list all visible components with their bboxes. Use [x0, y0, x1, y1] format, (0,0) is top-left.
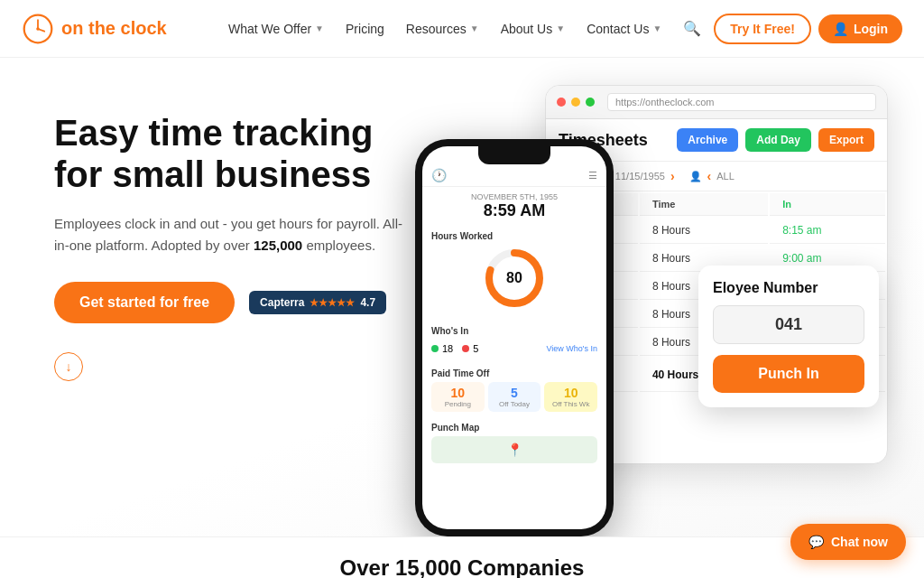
- nav-item-contact-us[interactable]: Contact Us ▼: [578, 16, 670, 42]
- employee-overlay: Eloyee Number 041 Punch In: [698, 266, 879, 407]
- logo-text-clock: clock: [121, 18, 167, 38]
- employee-number-input[interactable]: 041: [713, 305, 864, 344]
- nav-item-what-we-offer[interactable]: What We Offer ▼: [219, 16, 333, 42]
- hero-subtitle: Employees clock in and out - you get hou…: [54, 213, 415, 256]
- phone-punch-map-section: Punch Map 📍: [422, 417, 606, 469]
- map-icon: 📍: [507, 443, 522, 457]
- phone-date: NOVEMBER 5TH, 1955: [431, 192, 597, 201]
- employee-count: 125,000: [254, 238, 302, 253]
- phone-notch: [478, 146, 550, 164]
- nav-item-about-us[interactable]: About Us ▼: [492, 16, 575, 42]
- svg-line-3: [38, 29, 44, 32]
- chevron-down-icon: ▼: [556, 23, 565, 33]
- period-next-icon[interactable]: ›: [670, 169, 675, 183]
- red-dot-icon: [462, 345, 469, 352]
- view-whos-in-link[interactable]: View Who's In: [546, 344, 597, 353]
- logo[interactable]: on the clock: [22, 13, 167, 45]
- phone-app-header: 🕐 ☰: [422, 164, 606, 187]
- capterra-rating: 4.7: [360, 296, 375, 309]
- chevron-down-icon: ▼: [315, 23, 324, 33]
- export-button[interactable]: Export: [818, 128, 874, 152]
- employee-prev-icon[interactable]: ‹: [707, 169, 712, 183]
- svg-text:80: 80: [506, 270, 522, 285]
- phone-time: 8:59 AM: [431, 201, 597, 220]
- phone-date-section: NOVEMBER 5TH, 1955 8:59 AM: [422, 187, 606, 226]
- phone-hours-section: Hours Worked 80: [422, 226, 606, 321]
- add-day-button[interactable]: Add Day: [745, 128, 811, 152]
- phone-mockup: 🕐 ☰ NOVEMBER 5TH, 1955 8:59 AM Hours Wor…: [415, 139, 614, 536]
- whos-in-count: 18: [431, 343, 453, 354]
- phone-progress-ring: 80: [431, 247, 597, 310]
- chevron-down-icon: ▼: [470, 23, 479, 33]
- capterra-badge: Capterra ★★★★★ 4.7: [249, 291, 386, 314]
- pto-today-box: 5 Off Today: [488, 382, 541, 412]
- chat-icon: 💬: [808, 535, 824, 549]
- phone-whos-in-section: Who's In 18 5 View Who's In: [422, 321, 606, 363]
- footer-strip: Over 15,000 Companies Trust On The Clock…: [0, 536, 924, 578]
- url-bar: https://ontheclock.com: [607, 93, 876, 111]
- phone-whos-in-row: 18 5 View Who's In: [431, 340, 597, 358]
- browser-dot-red: [557, 98, 566, 107]
- search-icon[interactable]: 🔍: [678, 14, 707, 42]
- green-dot-icon: [431, 345, 439, 352]
- nav-links: What We Offer ▼ Pricing Resources ▼ Abou…: [219, 16, 670, 42]
- logo-clock-icon: [22, 13, 54, 45]
- whos-out-count: 5: [462, 343, 478, 354]
- login-button[interactable]: 👤 Login: [818, 14, 902, 43]
- punch-in-button[interactable]: Punch In: [713, 355, 864, 393]
- browser-dot-yellow: [571, 98, 580, 107]
- phone-screen: 🕐 ☰ NOVEMBER 5TH, 1955 8:59 AM Hours Wor…: [422, 146, 606, 529]
- col-in: In: [770, 193, 885, 216]
- nav-item-pricing[interactable]: Pricing: [337, 16, 393, 42]
- hero-cta-row: Get started for free Capterra ★★★★★ 4.7: [54, 282, 415, 323]
- phone-menu-icon: ☰: [588, 170, 597, 182]
- browser-dot-green: [586, 98, 595, 107]
- pto-pending-box: 10 Pending: [431, 382, 485, 412]
- person-icon: 👤: [689, 171, 702, 182]
- nav-item-resources[interactable]: Resources ▼: [397, 16, 488, 42]
- punch-map: 📍: [431, 436, 597, 463]
- hero-content: Easy time tracking for small business Em…: [54, 103, 415, 381]
- chevron-down-icon: ▼: [652, 23, 661, 33]
- pto-row: 10 Pending 5 Off Today 10 Off This Wk: [431, 382, 597, 412]
- employee-overlay-title: Eloyee Number: [713, 280, 864, 296]
- hero-mockups: https://ontheclock.com Timesheets Archiv…: [415, 103, 870, 536]
- phone-logo: 🕐: [431, 168, 447, 182]
- user-icon: 👤: [833, 22, 848, 36]
- try-it-free-button[interactable]: Try It Free!: [714, 14, 811, 44]
- archive-button[interactable]: Archive: [677, 128, 738, 152]
- get-started-button[interactable]: Get started for free: [54, 282, 235, 323]
- capterra-label: Capterra: [260, 296, 304, 309]
- logo-text-ontheclock: on the: [61, 18, 116, 38]
- hero-section: Easy time tracking for small business Em…: [0, 58, 924, 536]
- employee-filter: 👤 ‹ ALL: [689, 169, 735, 183]
- pto-off-box: 10 Off This Wk: [544, 382, 597, 412]
- col-time: Time: [640, 193, 768, 216]
- emp-title-text: E: [713, 280, 723, 295]
- scroll-down-arrow[interactable]: ↓: [54, 352, 83, 381]
- phone-pto-section: Paid Time Off 10 Pending 5 Off Today 10: [422, 363, 606, 417]
- hero-title: Easy time tracking for small business: [54, 112, 415, 195]
- footer-title: Over 15,000 Companies: [54, 555, 870, 578]
- capterra-stars: ★★★★★: [310, 297, 355, 309]
- chat-now-button[interactable]: 💬 Chat now: [790, 524, 906, 560]
- browser-bar: https://ontheclock.com: [546, 86, 887, 119]
- navigation: on the clock What We Offer ▼ Pricing Res…: [0, 0, 924, 58]
